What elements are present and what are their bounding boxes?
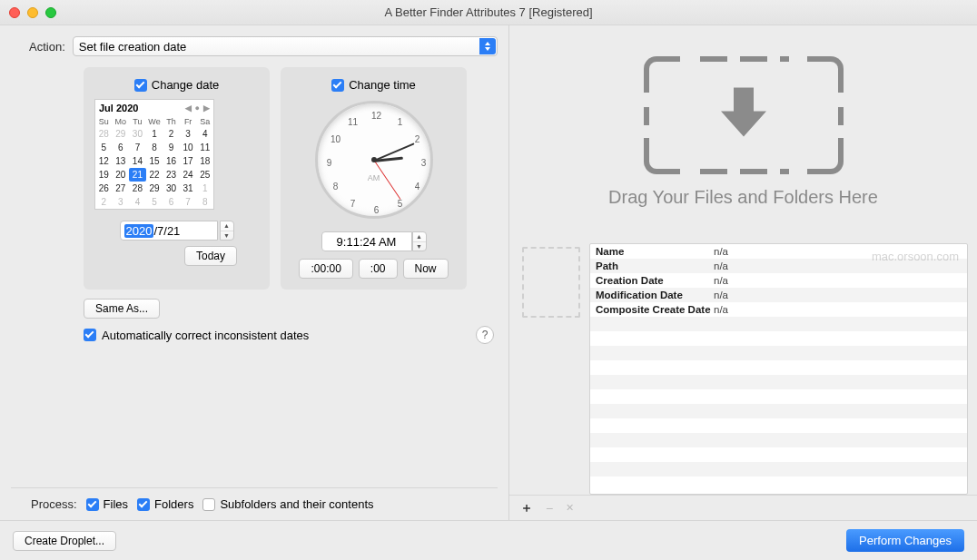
calendar-day[interactable]: 16 [163, 154, 180, 168]
calendar-dow: Su [95, 116, 113, 127]
calendar-day[interactable]: 3 [180, 127, 197, 141]
clock-number: 11 [346, 116, 360, 126]
calendar-day[interactable]: 22 [146, 168, 163, 182]
calendar-day[interactable]: 8 [146, 141, 163, 154]
calendar-day[interactable]: 3 [113, 195, 130, 209]
calendar-day[interactable]: 20 [113, 168, 130, 182]
calendar-day[interactable]: 21 [129, 168, 146, 182]
calendar-day[interactable]: 8 [196, 195, 213, 209]
metadata-row-empty [590, 375, 967, 389]
calendar-day[interactable]: 29 [113, 127, 130, 141]
calendar-day[interactable]: 6 [163, 195, 180, 209]
clear-files-button[interactable]: ✕ [566, 502, 574, 514]
calendar-day[interactable]: 4 [129, 195, 146, 209]
calendar-day[interactable]: 17 [180, 154, 197, 168]
calendar-day[interactable]: 4 [196, 127, 213, 141]
calendar-day[interactable]: 30 [129, 127, 146, 141]
today-button[interactable]: Today [184, 246, 237, 266]
calendar-day[interactable]: 25 [196, 168, 213, 182]
calendar-day[interactable]: 15 [146, 154, 163, 168]
create-droplet-button[interactable]: Create Droplet... [13, 531, 116, 551]
metadata-row-empty [590, 404, 967, 418]
calendar-day[interactable]: 9 [163, 141, 180, 154]
calendar-day[interactable]: 28 [95, 127, 113, 141]
process-files-label: Files [104, 497, 128, 511]
calendar-prev-icon[interactable]: ◀ [185, 103, 192, 113]
zoom-window-button[interactable] [45, 7, 56, 18]
drop-zone-text: Drag Your Files and Folders Here [608, 187, 878, 208]
change-date-panel: Change date Jul 2020 ◀ ● ▶ SuMoTuWeThFrS… [84, 67, 270, 290]
calendar-day[interactable]: 12 [95, 154, 113, 168]
date-stepper[interactable]: ▲▼ [220, 221, 234, 241]
calendar-dow: Tu [129, 116, 146, 127]
clock-number: 1 [393, 116, 408, 126]
calendar-next-icon[interactable]: ▶ [203, 103, 210, 113]
calendar-day[interactable]: 30 [163, 182, 180, 195]
calendar-day[interactable]: 2 [163, 127, 180, 141]
calendar-dow: Th [163, 116, 180, 127]
calendar-day[interactable]: 31 [180, 182, 197, 195]
change-time-checkbox[interactable] [331, 79, 344, 92]
window-title: A Better Finder Attributes 7 [Registered… [0, 5, 977, 19]
remove-file-button[interactable]: − [546, 501, 553, 516]
change-date-checkbox[interactable] [134, 79, 147, 92]
now-button[interactable]: Now [403, 259, 449, 279]
clock-number: 4 [410, 182, 425, 192]
calendar-today-dot-icon[interactable]: ● [195, 103, 200, 113]
calendar-day[interactable]: 2 [95, 195, 113, 209]
close-window-button[interactable] [9, 7, 20, 18]
calendar-day[interactable]: 27 [113, 182, 130, 195]
help-button[interactable]: ? [476, 326, 494, 344]
calendar-month-year: Jul 2020 [99, 103, 138, 113]
drop-zone[interactable]: Drag Your Files and Folders Here [509, 25, 977, 239]
process-files-checkbox[interactable] [86, 498, 99, 511]
calendar-day[interactable]: 18 [196, 154, 213, 168]
calendar-day[interactable]: 7 [180, 195, 197, 209]
process-subfolders-checkbox[interactable] [202, 498, 215, 511]
perform-changes-button[interactable]: Perform Changes [846, 529, 964, 552]
calendar-day[interactable]: 19 [95, 168, 113, 182]
calendar-day[interactable]: 26 [95, 182, 113, 195]
calendar-day[interactable]: 10 [180, 141, 197, 154]
metadata-row-empty [590, 360, 967, 375]
analog-clock[interactable]: AM 121234567891011 [315, 101, 433, 219]
zero-minute-button[interactable]: :00 [359, 259, 398, 279]
auto-correct-checkbox[interactable] [84, 329, 96, 341]
calendar[interactable]: Jul 2020 ◀ ● ▶ SuMoTuWeThFrSa28293012345… [94, 99, 214, 210]
calendar-day[interactable]: 14 [129, 154, 146, 168]
calendar-day[interactable]: 28 [129, 182, 146, 195]
clock-center-pin [371, 157, 377, 162]
select-arrows-icon [479, 38, 496, 54]
date-input-field[interactable]: 2020/ 7/21 [120, 221, 218, 241]
minimize-window-button[interactable] [27, 7, 38, 18]
action-select[interactable]: Set file creation date [73, 36, 498, 56]
change-time-panel: Change time AM 121234567891011 9:11:24 A… [281, 67, 467, 290]
metadata-table: Namen/aPathn/aCreation Daten/aModificati… [589, 243, 968, 495]
process-folders-checkbox[interactable] [137, 498, 150, 511]
clock-number: 7 [346, 199, 360, 209]
calendar-day[interactable]: 1 [196, 182, 213, 195]
time-input-field[interactable]: 9:11:24 AM [321, 231, 412, 251]
process-subfolders-label: Subfolders and their contents [220, 497, 373, 511]
time-stepper[interactable]: ▲▼ [412, 231, 427, 251]
calendar-day[interactable]: 5 [146, 195, 163, 209]
calendar-day[interactable]: 24 [180, 168, 197, 182]
metadata-row-empty [590, 346, 967, 360]
calendar-day[interactable]: 1 [146, 127, 163, 141]
calendar-dow: Sa [196, 116, 213, 127]
calendar-day[interactable]: 23 [163, 168, 180, 182]
calendar-dow: Mo [113, 116, 130, 127]
add-file-button[interactable]: ＋ [520, 500, 533, 516]
calendar-day[interactable]: 11 [196, 141, 213, 154]
process-label: Process: [31, 497, 77, 511]
calendar-day[interactable]: 29 [146, 182, 163, 195]
zero-seconds-button[interactable]: :00:00 [299, 259, 352, 279]
change-time-label: Change time [349, 78, 416, 92]
calendar-day[interactable]: 13 [113, 154, 130, 168]
same-as-button[interactable]: Same As... [84, 299, 160, 319]
clock-ampm-label: AM [368, 173, 380, 182]
calendar-day[interactable]: 5 [95, 141, 113, 154]
metadata-row-empty [590, 433, 967, 447]
calendar-day[interactable]: 6 [113, 141, 130, 154]
calendar-day[interactable]: 7 [129, 141, 146, 154]
